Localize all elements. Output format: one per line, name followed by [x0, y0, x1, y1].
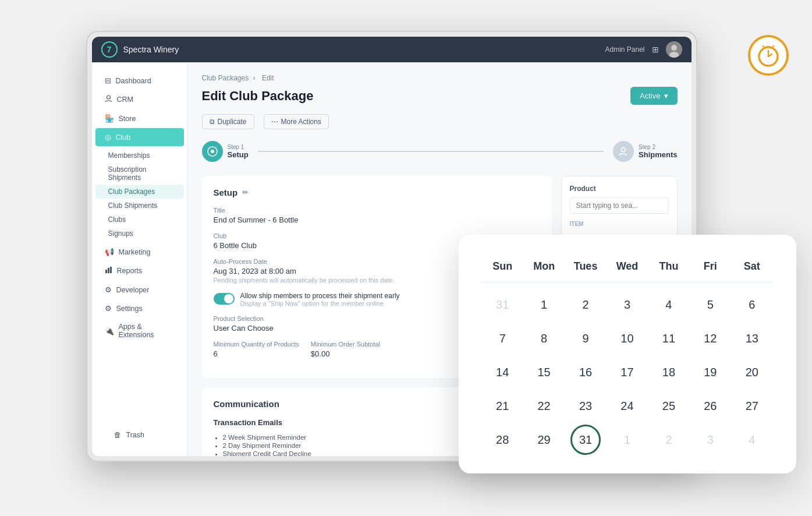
- cal-cell-1-2[interactable]: 9: [570, 323, 601, 354]
- sidebar-item-reports[interactable]: Reports: [95, 261, 184, 280]
- cal-cell-0-4[interactable]: 4: [654, 289, 684, 320]
- edit-icon[interactable]: ✏: [242, 188, 249, 197]
- cal-cell-2-0[interactable]: 14: [487, 357, 517, 387]
- cal-cell-0-5[interactable]: 5: [695, 289, 725, 320]
- step-1-label: Step 1: [228, 144, 249, 150]
- cal-cell-4-4[interactable]: 2: [654, 425, 684, 455]
- cal-cell-1-3[interactable]: 10: [612, 323, 642, 354]
- stopwatch-decoration: [748, 35, 795, 82]
- page-header: Edit Club Package Active ▾: [202, 87, 678, 105]
- svg-line-4: [763, 45, 764, 47]
- sidebar-item-trash[interactable]: 🗑 Trash: [105, 426, 175, 444]
- cal-cell-3-3[interactable]: 24: [612, 391, 642, 421]
- admin-panel-label: Admin Panel: [605, 45, 644, 54]
- marketing-icon: 📢: [105, 248, 114, 256]
- cal-cell-3-5[interactable]: 26: [695, 391, 725, 421]
- cal-cell-2-2[interactable]: 16: [570, 357, 601, 387]
- sidebar-item-apps[interactable]: 🔌 Apps & Extensions: [95, 318, 184, 344]
- cal-cell-4-3[interactable]: 1: [612, 425, 642, 455]
- cal-cell-2-4[interactable]: 18: [654, 357, 684, 387]
- person-icon: [618, 146, 629, 157]
- store-icon: 🏪: [105, 114, 114, 123]
- sidebar-sub-subscription-shipments[interactable]: Subscription Shipments: [92, 162, 187, 185]
- cal-cell-4-0[interactable]: 28: [487, 425, 517, 455]
- product-panel-title: Product: [570, 185, 669, 193]
- cal-cell-4-5[interactable]: 3: [695, 425, 725, 455]
- topbar-right: Admin Panel ⊞: [605, 41, 682, 58]
- svg-rect-3: [766, 46, 771, 48]
- cal-cell-1-6[interactable]: 13: [737, 323, 767, 354]
- laptop-container: 7 Spectra Winery Admin Panel ⊞: [86, 31, 726, 485]
- step-2[interactable]: Step 2 Shipments: [613, 141, 677, 162]
- sidebar-item-settings[interactable]: ⚙ Settings: [95, 299, 184, 317]
- cal-cell-3-4[interactable]: 25: [654, 391, 684, 421]
- svg-point-9: [107, 96, 110, 99]
- step-1-name: Setup: [228, 150, 249, 159]
- cal-cell-0-3[interactable]: 3: [612, 289, 642, 320]
- calendar-divider: [482, 282, 773, 282]
- day-thu: Thu: [648, 256, 689, 277]
- cal-cell-2-6[interactable]: 20: [737, 357, 767, 387]
- user-avatar[interactable]: [666, 41, 682, 58]
- duplicate-button[interactable]: ⧉ Duplicate: [202, 114, 254, 129]
- cal-cell-1-0[interactable]: 7: [487, 323, 517, 354]
- cal-cell-2-3[interactable]: 17: [612, 357, 642, 387]
- product-search-input[interactable]: [570, 197, 669, 214]
- cal-cell-4-6[interactable]: 4: [737, 425, 767, 455]
- cal-cell-1-1[interactable]: 8: [529, 323, 559, 354]
- breadcrumb-current: Edit: [262, 74, 274, 82]
- svg-point-8: [669, 52, 679, 58]
- cal-cell-0-2[interactable]: 2: [570, 289, 601, 320]
- day-mon: Mon: [523, 256, 565, 277]
- sidebar-item-developer[interactable]: ⚙ Developer: [95, 281, 184, 299]
- step-2-label: Step 2: [639, 144, 677, 150]
- day-sat: Sat: [731, 256, 772, 277]
- breadcrumb-parent[interactable]: Club Packages: [202, 74, 249, 82]
- sidebar-sub-clubs[interactable]: Clubs: [92, 213, 187, 227]
- stopwatch-icon: [756, 43, 781, 68]
- step-1[interactable]: Step 1 Setup: [202, 141, 249, 162]
- svg-rect-10: [105, 270, 107, 273]
- sidebar-item-store[interactable]: 🏪 Store: [95, 109, 184, 128]
- cal-cell-2-1[interactable]: 15: [529, 357, 559, 387]
- sidebar: ⊟ Dashboard CRM 🏪 Store: [92, 62, 188, 456]
- cal-cell-3-0[interactable]: 21: [487, 391, 517, 421]
- cal-cell-3-1[interactable]: 22: [529, 391, 559, 421]
- status-button[interactable]: Active ▾: [630, 87, 677, 105]
- trash-icon: 🗑: [114, 431, 122, 439]
- product-header: ITEM: [570, 221, 669, 227]
- app-title: Spectra Winery: [123, 45, 605, 54]
- cal-cell-1-5[interactable]: 12: [695, 323, 725, 354]
- cal-cell-1-4[interactable]: 11: [654, 323, 684, 354]
- app-logo: 7: [101, 41, 118, 58]
- sidebar-sub-club-shipments[interactable]: Club Shipments: [92, 199, 187, 213]
- sidebar-sub-club-packages[interactable]: Club Packages: [95, 185, 184, 199]
- grid-icon: ⊞: [652, 45, 659, 54]
- duplicate-icon: ⧉: [210, 118, 215, 126]
- field-min-qty: Minimum Quantity of Products 6: [214, 341, 299, 358]
- cal-cell-3-6[interactable]: 27: [737, 391, 767, 421]
- more-actions-button[interactable]: ⋯ More Actions: [264, 114, 329, 129]
- sidebar-item-dashboard[interactable]: ⊟ Dashboard: [95, 72, 184, 90]
- sidebar-item-marketing[interactable]: 📢 Marketing: [95, 243, 184, 261]
- cal-cell-2-5[interactable]: 19: [695, 357, 725, 387]
- cal-cell-0-0[interactable]: 31: [487, 289, 517, 320]
- cal-cell-0-6[interactable]: 6: [737, 289, 767, 320]
- sidebar-item-club[interactable]: ◎ Club: [95, 128, 184, 146]
- day-wed: Wed: [607, 256, 648, 277]
- sidebar-sub-signups[interactable]: Signups: [92, 227, 187, 241]
- toggle-switch[interactable]: [214, 293, 235, 305]
- sidebar-item-crm[interactable]: CRM: [95, 90, 184, 109]
- breadcrumb-separator: ›: [253, 74, 257, 82]
- cal-cell-0-1[interactable]: 1: [529, 289, 559, 320]
- cal-cell-4-1[interactable]: 29: [529, 425, 559, 455]
- calendar-days-header: Sun Mon Tues Wed Thu Fri Sat: [482, 256, 773, 277]
- step-line: [258, 151, 604, 152]
- setup-title: Setup ✏: [214, 188, 540, 197]
- stepper: Step 1 Setup Step 2 Shipments: [202, 141, 678, 162]
- cal-cell-4-2[interactable]: 31: [570, 425, 601, 455]
- cal-cell-3-2[interactable]: 23: [570, 391, 601, 421]
- settings-icon: ⚙: [105, 304, 112, 313]
- svg-point-14: [211, 150, 214, 153]
- sidebar-sub-memberships[interactable]: Memberships: [92, 149, 187, 162]
